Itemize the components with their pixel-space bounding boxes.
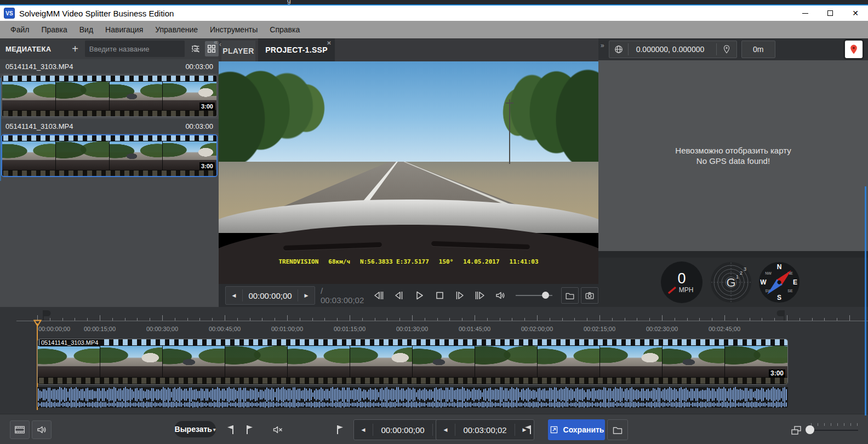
media-item-1[interactable]: 05141141_3103.MP4 00:03:00 3:00 [0,59,219,117]
svg-text:1: 1 [736,274,739,280]
mute-button[interactable] [269,420,287,439]
tab-close-icon[interactable]: ✕ [327,40,332,46]
svg-text:MPH: MPH [679,286,694,294]
ruler-tick [675,318,675,321]
marker-out-button[interactable] [241,420,259,439]
snapshot-button[interactable] [581,287,598,304]
frame-forward-button[interactable] [449,287,470,304]
ruler-tick [187,318,188,321]
menu-help[interactable]: Справка [264,25,306,34]
clip-frames [38,346,787,377]
tab-player[interactable]: PLAYER [221,41,255,61]
ruler-tick [812,318,813,321]
close-button[interactable]: ✕ [843,5,868,21]
video-preview[interactable]: TRENDVISION 68км/ч N:56.3833 E:37.5177 1… [219,61,598,284]
volume-button[interactable] [490,287,510,304]
save-button[interactable]: Сохранить [548,419,605,440]
ruler-tick [87,318,88,321]
minimize-button[interactable] [792,5,818,21]
output-folder-button[interactable] [607,419,628,440]
zoom-slider-thumb[interactable] [806,425,814,434]
ruler-tick [312,318,313,321]
open-folder-button[interactable] [561,287,579,304]
gps-coordinates-box: 0.000000, 0.000000 [609,41,737,58]
map-pin-button[interactable] [845,41,863,58]
menu-edit[interactable]: Правка [35,25,73,34]
timeline-ruler[interactable] [0,315,868,321]
menu-control[interactable]: Управление [149,25,204,34]
media-item-2[interactable]: 05141141_3103.MP4 00:03:00 3:00 [0,119,219,177]
flag-right-icon [335,424,346,436]
current-time-field[interactable]: 00:00:00;00 [243,291,298,300]
ruler-tick [449,318,450,321]
collapse-panel-icon[interactable]: « [214,38,218,46]
start-time-decrement[interactable]: ◀ [354,427,373,432]
frame-back-button[interactable] [389,287,409,304]
panel-divider[interactable] [598,251,868,258]
timeline-view-button[interactable] [10,420,30,439]
player-controls-bar: ◀ 00:00:00;00 ▶ / 00:03:00;02 [219,284,598,307]
volume-slider-thumb[interactable] [542,292,549,299]
menu-view[interactable]: Вид [73,25,99,34]
map-message-line2: No GPS data found! [696,156,770,166]
ruler-label: 00:00:30;00 [146,326,178,332]
fragment-end-time[interactable]: 00:03:00;02 [455,425,515,435]
zoom-fit-button[interactable] [788,424,804,437]
add-media-button[interactable]: + [68,43,81,55]
video-trees-left [219,61,409,173]
cut-button[interactable]: Вырезать ▾ [174,421,216,437]
speedometer-gauge: 0 MPH [660,260,704,304]
clip-sprockets-top [38,339,787,346]
time-step-back-button[interactable]: ◀ [226,293,242,298]
transport-controls [368,287,510,304]
ruler-tick [625,318,625,321]
end-time-decrement[interactable]: ◀ [436,427,455,432]
ruler-tick [100,315,100,321]
list-view-icon [190,43,201,54]
globe-button[interactable] [609,44,628,55]
time-step-forward-button[interactable]: ▶ [298,293,315,298]
goto-end-marker-button[interactable] [519,420,536,439]
ruler-tick [199,318,200,321]
menu-file[interactable]: Файл [4,25,35,34]
media-item-filmstrip-selected[interactable]: 3:00 [1,134,218,177]
fragment-start-time[interactable]: 00:00:00;00 [373,425,432,435]
ruler-tick [437,318,438,321]
media-item-filmstrip[interactable]: 3:00 [1,75,218,117]
tab-project[interactable]: PROJECT-1.SSP ✕ [258,38,335,61]
media-item-duration: 00:03:00 [185,62,213,71]
svg-text:3: 3 [744,266,746,272]
menu-tools[interactable]: Инструменты [204,25,264,34]
timeline-clip[interactable]: 05141141_3103.MP4 3:00 [37,339,788,385]
gps-coordinates-value[interactable]: 0.000000, 0.000000 [629,45,716,54]
menu-navigation[interactable]: Навигация [99,25,149,34]
audio-waveform-track[interactable] [37,387,788,408]
svg-text:2: 2 [740,270,743,276]
audio-track-button[interactable] [32,420,52,439]
list-view-button[interactable] [189,41,203,56]
stop-icon [433,289,446,301]
media-search-input[interactable] [85,45,190,53]
map-message-line1: Невозможно отобразить карту [675,146,791,155]
ruler-tick [550,318,550,321]
tab-bar: ‹ PLAYER PROJECT-1.SSP ✕ [219,38,598,61]
marker-in-button[interactable] [221,420,239,439]
stop-button[interactable] [429,287,449,304]
volume-slider[interactable] [516,295,552,296]
timeline-zoom-slider[interactable] [810,430,858,431]
expand-panel-icon[interactable]: » [601,42,604,49]
maximize-button[interactable] [818,5,843,21]
play-button[interactable] [409,287,429,304]
goto-start-marker-button[interactable] [332,420,349,439]
film-frame [600,346,663,377]
ruler-label: 00:01:45;00 [459,326,490,332]
gps-altitude-field[interactable]: 0m [741,41,775,58]
add-location-button[interactable] [717,44,736,55]
ruler-tick [574,318,575,321]
previous-cut-button[interactable] [368,287,389,304]
overlay-coords: N:56.3833 E:37.5177 [360,258,429,265]
film-frame [225,346,288,377]
next-cut-button[interactable] [470,287,490,304]
trim-end-marker[interactable] [776,310,786,321]
trim-start-marker[interactable] [42,310,52,321]
